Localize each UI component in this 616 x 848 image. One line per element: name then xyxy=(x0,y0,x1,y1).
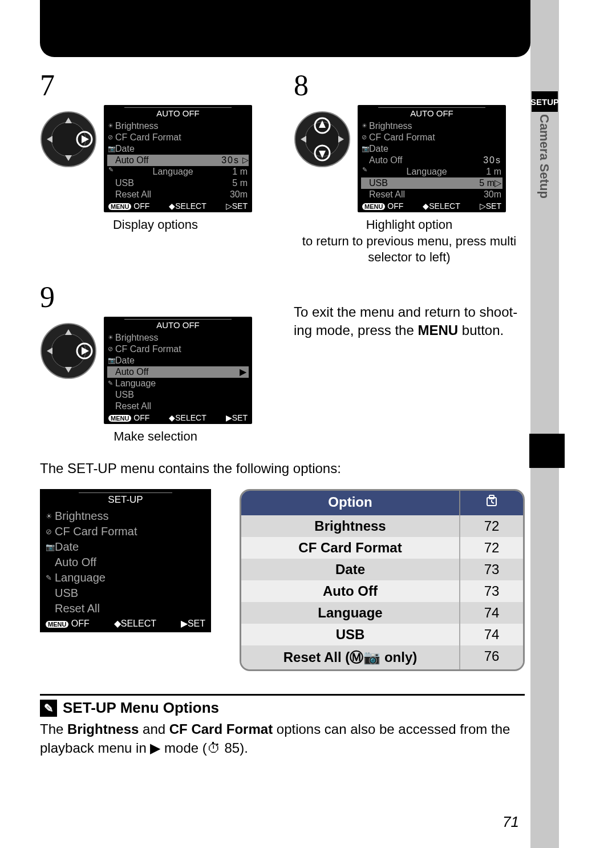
table-head-page-icon xyxy=(460,491,523,515)
caption-step8: Highlight option to return to previous m… xyxy=(294,217,525,266)
table-row: Brightness xyxy=(241,515,460,537)
table-row: Reset All (Ⓜ📷 only) xyxy=(241,645,460,669)
step-number: 9 xyxy=(40,280,271,314)
page-number: 71 xyxy=(502,813,519,831)
step-9: 9 AUTO OFF ☀Brightness ⊘CF Card Format 📷… xyxy=(40,280,271,445)
svg-line-25 xyxy=(492,502,494,503)
table-row: Auto Off xyxy=(241,580,460,602)
lcd-step7: AUTO OFF ☀Brightness ⊘CF Card Format 📷Da… xyxy=(104,105,252,212)
multi-selector-updown-icon xyxy=(294,111,351,168)
lcd-setup: SET-UP ☀Brightness ⊘CF Card Format 📷Date… xyxy=(40,489,211,632)
table-row: USB xyxy=(241,624,460,645)
note-block: ✎ SET-UP Menu Options The Brightness and… xyxy=(40,694,525,757)
note-icon: ✎ xyxy=(40,700,57,717)
table-head-option: Option xyxy=(241,491,460,515)
caption-step9: Make selection xyxy=(40,429,271,445)
step-8: 8 AUTO OFF ☀Brightness ⊘CF Card Format xyxy=(294,68,525,266)
options-table: Option Brightness72 CF Card Format72 Dat… xyxy=(240,489,525,671)
lcd-step8: AUTO OFF ☀Brightness ⊘CF Card Format 📷Da… xyxy=(358,105,506,212)
page-header-black xyxy=(40,0,530,57)
step-7: 7 AUTO OFF ☀Brightness ⊘CF Card Format 📷… xyxy=(40,68,271,266)
note-body: The Brightness and CF Card Format option… xyxy=(40,720,525,757)
note-title: SET-UP Menu Options xyxy=(63,699,219,717)
multi-selector-right-icon xyxy=(40,111,97,168)
exit-instructions: To exit the menu and return to shoot- in… xyxy=(294,280,525,445)
side-label: Camera Setup xyxy=(537,114,552,199)
table-row: Date xyxy=(241,559,460,580)
side-tab-setup: SETUP xyxy=(532,91,558,112)
multi-selector-right-icon xyxy=(40,322,97,379)
step-number: 8 xyxy=(294,68,525,102)
intro-text: The SET-UP menu contains the following o… xyxy=(40,459,525,478)
caption-step7: Display options xyxy=(40,217,271,233)
table-row: CF Card Format xyxy=(241,537,460,559)
svg-point-16 xyxy=(51,334,86,368)
thumb-marker xyxy=(529,434,565,468)
table-row: Language xyxy=(241,602,460,624)
svg-point-1 xyxy=(51,122,86,156)
lcd-step9: AUTO OFF ☀Brightness ⊘CF Card Format 📷Da… xyxy=(104,317,252,424)
step-number: 7 xyxy=(40,68,271,102)
